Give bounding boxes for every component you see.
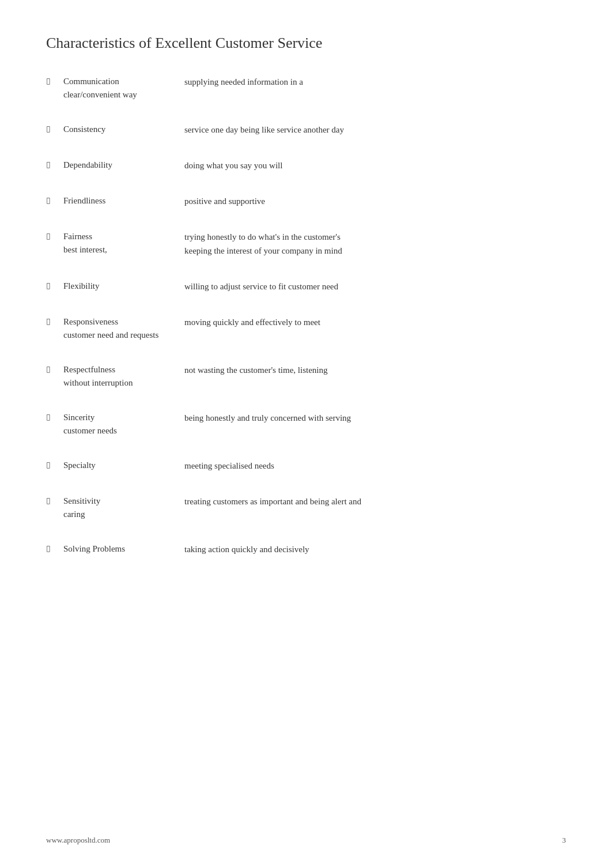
page-footer: www.aproposltd.com 3 bbox=[0, 836, 612, 845]
item-description: doing what you say you will bbox=[184, 158, 566, 172]
item-description: taking action quickly and decisively bbox=[184, 542, 566, 556]
bullet-icon: ▯ bbox=[46, 230, 63, 241]
bullet-icon: ▯ bbox=[46, 411, 63, 422]
item-description: supplying needed information in a bbox=[184, 75, 566, 89]
item-term: Flexibility bbox=[63, 280, 184, 293]
item-term: Communicationclear/convenient way bbox=[63, 75, 184, 101]
bullet-icon: ▯ bbox=[46, 194, 63, 205]
list-item: ▯Sensitivitycaringtreating customers as … bbox=[46, 495, 566, 520]
footer-url: www.aproposltd.com bbox=[46, 836, 110, 845]
bullet-icon: ▯ bbox=[46, 75, 63, 86]
list-item: ▯Flexibilitywilling to adjust service to… bbox=[46, 280, 566, 293]
bullet-icon: ▯ bbox=[46, 280, 63, 290]
item-term: Sensitivitycaring bbox=[63, 495, 184, 520]
page-title: Characteristics of Excellent Customer Se… bbox=[46, 35, 566, 52]
list-item: ▯Dependabilitydoing what you say you wil… bbox=[46, 158, 566, 172]
item-description: moving quickly and effectively to meet bbox=[184, 315, 566, 329]
list-item: ▯Communicationclear/convenient waysupply… bbox=[46, 75, 566, 101]
list-item: ▯Fairnessbest interest,trying honestly t… bbox=[46, 230, 566, 258]
item-term: Consistency bbox=[63, 123, 184, 136]
bullet-icon: ▯ bbox=[46, 315, 63, 326]
bullet-icon: ▯ bbox=[46, 495, 63, 505]
item-term: Respectfulnesswithout interruption bbox=[63, 363, 184, 389]
bullet-icon: ▯ bbox=[46, 158, 63, 169]
item-term: Specialty bbox=[63, 459, 184, 472]
item-description: meeting specialised needs bbox=[184, 459, 566, 473]
item-description: service one day being like service anoth… bbox=[184, 123, 566, 137]
item-term: Sinceritycustomer needs bbox=[63, 411, 184, 437]
item-description: not wasting the customer's time, listeni… bbox=[184, 363, 566, 377]
item-term: Solving Problems bbox=[63, 542, 184, 556]
footer-page-number: 3 bbox=[562, 836, 566, 845]
list-item: ▯Consistencyservice one day being like s… bbox=[46, 123, 566, 137]
item-description: trying honestly to do what's in the cust… bbox=[184, 230, 566, 258]
bullet-icon: ▯ bbox=[46, 123, 63, 134]
item-term: Fairnessbest interest, bbox=[63, 230, 184, 256]
list-item: ▯Specialtymeeting specialised needs bbox=[46, 459, 566, 473]
bullet-icon: ▯ bbox=[46, 542, 63, 553]
list-item: ▯Respectfulnesswithout interruptionnot w… bbox=[46, 363, 566, 389]
characteristics-list: ▯Communicationclear/convenient waysupply… bbox=[46, 75, 566, 556]
item-description: positive and supportive bbox=[184, 194, 566, 208]
item-term: Responsivenesscustomer need and requests bbox=[63, 315, 184, 341]
list-item: ▯Friendlinesspositive and supportive bbox=[46, 194, 566, 208]
item-description: being honestly and truly concerned with … bbox=[184, 411, 566, 425]
item-term: Dependability bbox=[63, 158, 184, 172]
bullet-icon: ▯ bbox=[46, 363, 63, 374]
list-item: ▯Solving Problemstaking action quickly a… bbox=[46, 542, 566, 556]
item-term: Friendliness bbox=[63, 194, 184, 207]
bullet-icon: ▯ bbox=[46, 459, 63, 470]
list-item: ▯Responsivenesscustomer need and request… bbox=[46, 315, 566, 341]
list-item: ▯Sinceritycustomer needsbeing honestly a… bbox=[46, 411, 566, 437]
item-description: willing to adjust service to fit custome… bbox=[184, 280, 566, 293]
item-description: treating customers as important and bein… bbox=[184, 495, 566, 508]
